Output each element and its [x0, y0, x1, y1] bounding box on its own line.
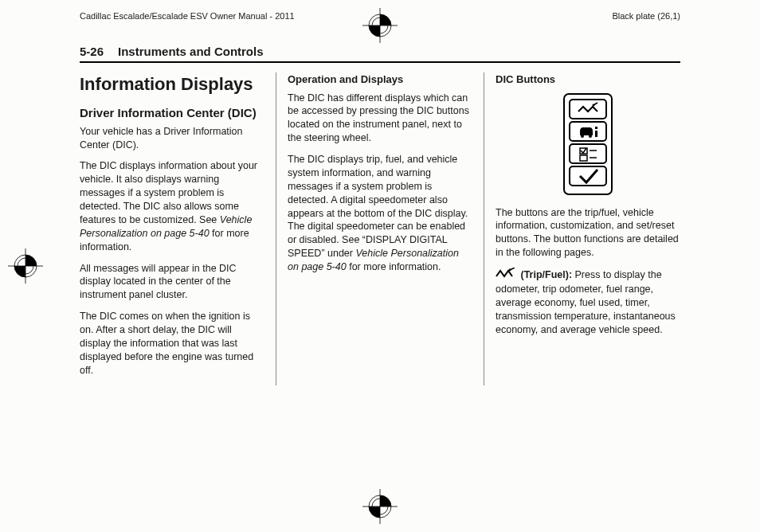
- page-number: 5-26: [80, 45, 104, 58]
- registration-mark-left: [8, 248, 43, 284]
- svg-rect-19: [595, 127, 597, 129]
- manual-title: Cadillac Escalade/Escalade ESV Owner Man…: [80, 11, 295, 21]
- col1-p4: The DIC comes on when the ignition is on…: [80, 310, 264, 377]
- column-3: DIC Buttons: [484, 72, 680, 385]
- column-2: Operation and Displays The DIC has diffe…: [276, 72, 484, 385]
- col1-p2: The DIC displays information about your …: [80, 159, 264, 253]
- content-columns: Information Displays Driver Information …: [80, 72, 680, 385]
- col3-p1: The buttons are the trip/fuel, vehicle i…: [496, 206, 680, 260]
- col1-p3: All messages will appear in the DIC disp…: [80, 262, 264, 303]
- col1-p1: Your vehicle has a Driver Information Ce…: [80, 125, 264, 152]
- registration-mark-bottom: [362, 489, 398, 524]
- trip-fuel-label: (Trip/Fuel):: [518, 269, 572, 280]
- svg-point-18: [589, 135, 592, 138]
- heading-dic: Driver Information Center (DIC): [80, 106, 264, 120]
- heading-dic-buttons: DIC Buttons: [496, 72, 680, 87]
- svg-point-17: [581, 135, 584, 138]
- dic-button-panel-illustration: [563, 93, 613, 195]
- svg-rect-21: [570, 144, 606, 163]
- heading-operation-displays: Operation and Displays: [288, 72, 472, 87]
- svg-rect-13: [570, 100, 606, 119]
- svg-rect-20: [595, 131, 597, 137]
- plate-label: Black plate (26,1): [612, 11, 680, 21]
- svg-rect-26: [570, 166, 606, 186]
- registration-mark-top: [362, 8, 398, 43]
- col2-p2: The DIC displays trip, fuel, and vehicle…: [288, 153, 472, 274]
- col3-trip-fuel: (Trip/Fuel): Press to display the odomet…: [496, 268, 680, 336]
- page-header: 5-26 Instruments and Controls: [80, 45, 680, 63]
- section-title: Instruments and Controls: [118, 45, 264, 58]
- svg-line-28: [510, 268, 515, 270]
- col2-p1: The DIC has different displays which can…: [288, 92, 472, 146]
- trip-fuel-icon: [496, 268, 516, 283]
- heading-information-displays: Information Displays: [80, 72, 264, 96]
- column-1: Information Displays Driver Information …: [80, 72, 276, 385]
